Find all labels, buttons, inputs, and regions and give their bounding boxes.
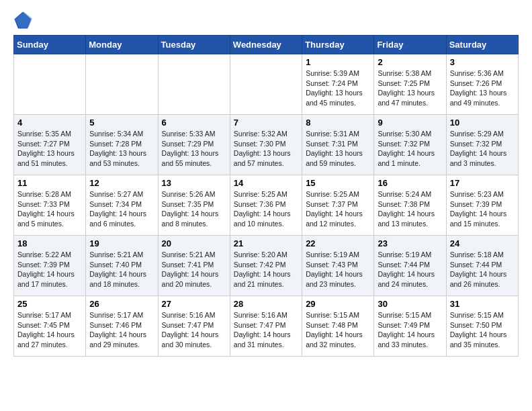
day-number: 2 — [378, 57, 442, 67]
calendar-cell: 6Sunrise: 5:33 AM Sunset: 7:29 PM Daylig… — [158, 115, 230, 175]
day-number: 4 — [17, 118, 82, 128]
day-number: 28 — [234, 299, 298, 309]
day-info: Sunrise: 5:35 AM Sunset: 7:27 PM Dayligh… — [17, 129, 82, 169]
calendar-cell: 15Sunrise: 5:25 AM Sunset: 7:37 PM Dayli… — [302, 175, 374, 236]
calendar-cell — [86, 54, 158, 115]
day-number: 27 — [162, 299, 226, 309]
day-info: Sunrise: 5:15 AM Sunset: 7:50 PM Dayligh… — [450, 310, 515, 350]
day-info: Sunrise: 5:21 AM Sunset: 7:41 PM Dayligh… — [162, 250, 226, 289]
calendar-cell: 28Sunrise: 5:16 AM Sunset: 7:47 PM Dayli… — [230, 296, 302, 357]
calendar-cell: 29Sunrise: 5:15 AM Sunset: 7:48 PM Dayli… — [302, 296, 374, 357]
calendar-week-4: 18Sunrise: 5:22 AM Sunset: 7:39 PM Dayli… — [14, 236, 519, 296]
day-number: 1 — [306, 57, 370, 67]
day-number: 29 — [306, 299, 370, 309]
day-number: 19 — [89, 238, 154, 248]
day-info: Sunrise: 5:22 AM Sunset: 7:39 PM Dayligh… — [17, 250, 82, 289]
day-number: 16 — [378, 178, 442, 188]
weekday-header-saturday: Saturday — [446, 36, 518, 54]
calendar-cell: 24Sunrise: 5:18 AM Sunset: 7:44 PM Dayli… — [446, 236, 518, 296]
weekday-header-thursday: Thursday — [302, 36, 374, 54]
day-number: 8 — [306, 118, 370, 128]
calendar-cell: 4Sunrise: 5:35 AM Sunset: 7:27 PM Daylig… — [14, 115, 86, 175]
calendar-cell: 18Sunrise: 5:22 AM Sunset: 7:39 PM Dayli… — [14, 236, 86, 296]
day-number: 11 — [17, 178, 82, 188]
calendar-cell: 30Sunrise: 5:15 AM Sunset: 7:49 PM Dayli… — [374, 296, 446, 357]
day-number: 30 — [378, 299, 442, 309]
day-number: 7 — [234, 118, 298, 128]
calendar-cell: 5Sunrise: 5:34 AM Sunset: 7:28 PM Daylig… — [86, 115, 158, 175]
weekday-header-sunday: Sunday — [14, 36, 86, 54]
calendar-cell: 22Sunrise: 5:19 AM Sunset: 7:43 PM Dayli… — [302, 236, 374, 296]
calendar-cell: 1Sunrise: 5:39 AM Sunset: 7:24 PM Daylig… — [302, 54, 374, 115]
day-info: Sunrise: 5:32 AM Sunset: 7:30 PM Dayligh… — [234, 129, 298, 169]
day-info: Sunrise: 5:31 AM Sunset: 7:31 PM Dayligh… — [306, 129, 370, 169]
day-info: Sunrise: 5:24 AM Sunset: 7:38 PM Dayligh… — [378, 189, 442, 229]
day-info: Sunrise: 5:36 AM Sunset: 7:26 PM Dayligh… — [450, 68, 515, 108]
calendar-table: SundayMondayTuesdayWednesdayThursdayFrid… — [13, 35, 519, 357]
day-info: Sunrise: 5:33 AM Sunset: 7:29 PM Dayligh… — [162, 129, 226, 169]
day-info: Sunrise: 5:15 AM Sunset: 7:48 PM Dayligh… — [306, 310, 370, 350]
day-info: Sunrise: 5:18 AM Sunset: 7:44 PM Dayligh… — [450, 250, 515, 289]
day-number: 12 — [89, 178, 154, 188]
calendar-cell: 9Sunrise: 5:30 AM Sunset: 7:32 PM Daylig… — [374, 115, 446, 175]
weekday-header-friday: Friday — [374, 36, 446, 54]
day-number: 6 — [162, 118, 226, 128]
day-number: 13 — [162, 178, 226, 188]
day-info: Sunrise: 5:27 AM Sunset: 7:34 PM Dayligh… — [89, 189, 154, 229]
day-info: Sunrise: 5:30 AM Sunset: 7:32 PM Dayligh… — [378, 129, 442, 169]
day-info: Sunrise: 5:16 AM Sunset: 7:47 PM Dayligh… — [234, 310, 298, 350]
day-number: 15 — [306, 178, 370, 188]
calendar-cell — [14, 54, 86, 115]
day-number: 5 — [89, 118, 154, 128]
calendar-cell: 7Sunrise: 5:32 AM Sunset: 7:30 PM Daylig… — [230, 115, 302, 175]
day-number: 22 — [306, 238, 370, 248]
day-number: 31 — [450, 299, 515, 309]
calendar-cell — [158, 54, 230, 115]
day-number: 10 — [450, 118, 515, 128]
day-info: Sunrise: 5:19 AM Sunset: 7:43 PM Dayligh… — [306, 250, 370, 289]
weekday-header-wednesday: Wednesday — [230, 36, 302, 54]
day-info: Sunrise: 5:20 AM Sunset: 7:42 PM Dayligh… — [234, 250, 298, 289]
day-number: 18 — [17, 238, 82, 248]
calendar-week-5: 25Sunrise: 5:17 AM Sunset: 7:45 PM Dayli… — [14, 296, 519, 357]
calendar-cell: 27Sunrise: 5:16 AM Sunset: 7:47 PM Dayli… — [158, 296, 230, 357]
day-info: Sunrise: 5:21 AM Sunset: 7:40 PM Dayligh… — [89, 250, 154, 289]
calendar-cell: 14Sunrise: 5:25 AM Sunset: 7:36 PM Dayli… — [230, 175, 302, 236]
calendar-cell: 10Sunrise: 5:29 AM Sunset: 7:32 PM Dayli… — [446, 115, 518, 175]
calendar-cell: 19Sunrise: 5:21 AM Sunset: 7:40 PM Dayli… — [86, 236, 158, 296]
day-number: 14 — [234, 178, 298, 188]
day-number: 23 — [378, 238, 442, 248]
day-info: Sunrise: 5:34 AM Sunset: 7:28 PM Dayligh… — [89, 129, 154, 169]
day-number: 3 — [450, 57, 515, 67]
calendar-cell: 17Sunrise: 5:23 AM Sunset: 7:39 PM Dayli… — [446, 175, 518, 236]
day-number: 20 — [162, 238, 226, 248]
calendar-cell: 11Sunrise: 5:28 AM Sunset: 7:33 PM Dayli… — [14, 175, 86, 236]
calendar-week-2: 4Sunrise: 5:35 AM Sunset: 7:27 PM Daylig… — [14, 115, 519, 175]
calendar-cell: 21Sunrise: 5:20 AM Sunset: 7:42 PM Dayli… — [230, 236, 302, 296]
calendar-cell: 26Sunrise: 5:17 AM Sunset: 7:46 PM Dayli… — [86, 296, 158, 357]
day-info: Sunrise: 5:38 AM Sunset: 7:25 PM Dayligh… — [378, 68, 442, 108]
calendar-cell: 20Sunrise: 5:21 AM Sunset: 7:41 PM Dayli… — [158, 236, 230, 296]
day-info: Sunrise: 5:16 AM Sunset: 7:47 PM Dayligh… — [162, 310, 226, 350]
calendar-cell: 2Sunrise: 5:38 AM Sunset: 7:25 PM Daylig… — [374, 54, 446, 115]
weekday-header-tuesday: Tuesday — [158, 36, 230, 54]
calendar-header-row: SundayMondayTuesdayWednesdayThursdayFrid… — [14, 36, 519, 54]
day-info: Sunrise: 5:17 AM Sunset: 7:45 PM Dayligh… — [17, 310, 82, 350]
logo-icon — [13, 11, 32, 30]
day-info: Sunrise: 5:28 AM Sunset: 7:33 PM Dayligh… — [17, 189, 82, 229]
weekday-header-monday: Monday — [86, 36, 158, 54]
calendar-cell: 25Sunrise: 5:17 AM Sunset: 7:45 PM Dayli… — [14, 296, 86, 357]
day-info: Sunrise: 5:29 AM Sunset: 7:32 PM Dayligh… — [450, 129, 515, 169]
calendar-week-1: 1Sunrise: 5:39 AM Sunset: 7:24 PM Daylig… — [14, 54, 519, 115]
calendar-cell: 31Sunrise: 5:15 AM Sunset: 7:50 PM Dayli… — [446, 296, 518, 357]
page-header — [13, 11, 519, 30]
day-number: 25 — [17, 299, 82, 309]
day-info: Sunrise: 5:17 AM Sunset: 7:46 PM Dayligh… — [89, 310, 154, 350]
day-info: Sunrise: 5:39 AM Sunset: 7:24 PM Dayligh… — [306, 68, 370, 108]
calendar-cell: 3Sunrise: 5:36 AM Sunset: 7:26 PM Daylig… — [446, 54, 518, 115]
logo — [13, 11, 35, 30]
day-number: 17 — [450, 178, 515, 188]
calendar-cell — [230, 54, 302, 115]
day-info: Sunrise: 5:15 AM Sunset: 7:49 PM Dayligh… — [378, 310, 442, 350]
day-info: Sunrise: 5:26 AM Sunset: 7:35 PM Dayligh… — [162, 189, 226, 229]
